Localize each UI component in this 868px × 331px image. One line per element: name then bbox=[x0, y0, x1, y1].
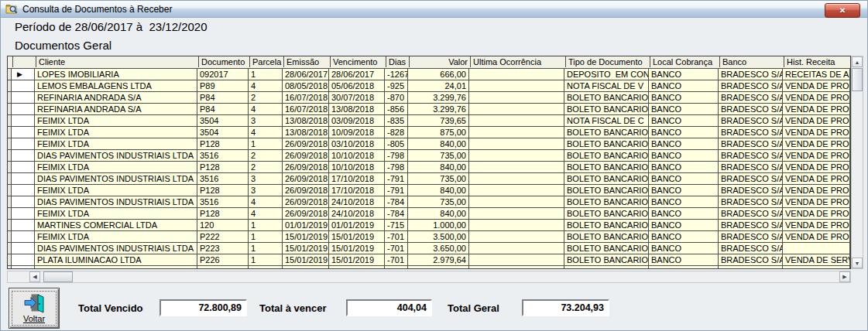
cell-dias[interactable]: -701 bbox=[385, 231, 408, 243]
cell-dias[interactable]: -798 bbox=[385, 162, 408, 173]
cell-banco[interactable]: BRADESCO S/A bbox=[719, 150, 783, 162]
cell-parcela[interactable]: 1 bbox=[249, 69, 283, 80]
table-row[interactable]: REFINARIA ANDRADA S/AP84416/07/201813/08… bbox=[8, 104, 850, 115]
table-row[interactable]: FEIMIX LTDAP128426/09/201824/10/2018-784… bbox=[8, 208, 850, 220]
cell-ultima[interactable] bbox=[469, 173, 564, 185]
cell-tipo[interactable]: BOLETO BANCARIO bbox=[564, 220, 649, 231]
row-selector-cell[interactable] bbox=[12, 80, 35, 92]
cell-dias[interactable]: -856 bbox=[385, 104, 408, 115]
close-button[interactable]: ✕ bbox=[825, 3, 860, 18]
cell-documento[interactable]: P128 bbox=[197, 138, 249, 150]
table-row[interactable]: FEIMIX LTDA3504413/08/201810/09/2018-828… bbox=[8, 127, 850, 138]
table-row[interactable]: FEIMIX LTDA3504313/08/201803/09/2018-835… bbox=[8, 115, 850, 127]
cell-cliente[interactable]: LOPES IMOBILIARIA bbox=[35, 69, 197, 80]
table-row[interactable]: DIAS PAVIMENTOS INDUSTRIAIS LTDA3516226/… bbox=[8, 150, 850, 162]
cell-tipo[interactable]: NOTA FISCAL DE V bbox=[564, 80, 649, 92]
cell-parcela[interactable]: 3 bbox=[249, 115, 283, 127]
cell-parcela[interactable]: 4 bbox=[249, 196, 283, 208]
row-selector-cell[interactable] bbox=[12, 127, 35, 138]
cell-valor[interactable]: 840,00 bbox=[408, 185, 469, 196]
table-row[interactable]: ▶LOPES IMOBILIARIA092017128/06/201728/06… bbox=[8, 69, 850, 80]
cell-vencimento[interactable]: 03/10/2018 bbox=[329, 138, 385, 150]
cell-tipo[interactable]: BOLETO BANCARIO bbox=[564, 231, 649, 243]
cell-vencimento[interactable]: 15/01/2019 bbox=[329, 254, 385, 266]
cell-documento[interactable]: P128 bbox=[197, 208, 249, 220]
cell-emissao[interactable]: 15/01/2019 bbox=[283, 243, 329, 254]
cell-emissao[interactable]: 15/01/2019 bbox=[283, 266, 329, 269]
cell-banco[interactable]: BRADESCO S/A bbox=[719, 231, 783, 243]
cell-ultima[interactable] bbox=[469, 150, 564, 162]
cell-tipo[interactable]: BOLETO BANCARIO bbox=[564, 104, 649, 115]
row-selector-cell[interactable] bbox=[12, 150, 35, 162]
cell-vencimento[interactable]: 17/10/2018 bbox=[329, 173, 385, 185]
cell-ultima[interactable] bbox=[469, 208, 564, 220]
column-header-documento[interactable]: Documento bbox=[199, 56, 250, 67]
table-row[interactable]: LEMOS EMBALAGENS LTDAP89408/05/201805/06… bbox=[8, 80, 850, 92]
column-header-dias[interactable]: Dias bbox=[386, 56, 410, 67]
cell-valor[interactable]: 735,00 bbox=[408, 196, 469, 208]
cell-local[interactable]: BANCO bbox=[649, 104, 719, 115]
cell-valor[interactable]: 1.000,00 bbox=[408, 220, 469, 231]
cell-vencimento[interactable]: 17/10/2018 bbox=[329, 185, 385, 196]
cell-dias[interactable]: -784 bbox=[385, 208, 408, 220]
cell-hist[interactable]: VENDA DE PROD bbox=[783, 220, 850, 231]
cell-documento[interactable]: P223 bbox=[197, 243, 249, 254]
cell-cliente[interactable]: FEIMIX LTDA bbox=[35, 127, 197, 138]
cell-valor[interactable]: 735,00 bbox=[408, 173, 469, 185]
cell-banco[interactable]: BRADESCO S/A bbox=[719, 69, 783, 80]
cell-cliente[interactable]: FEIMIX LTDA bbox=[35, 185, 197, 196]
row-selector-cell[interactable] bbox=[12, 254, 35, 266]
cell-hist[interactable]: VENDA DE SERVI bbox=[783, 266, 850, 269]
scroll-up-button[interactable]: ▲ bbox=[852, 56, 863, 67]
cell-documento[interactable]: 3516 bbox=[197, 150, 249, 162]
cell-cliente[interactable]: DIAS PAVIMENTOS INDUSTRIAIS LTDA bbox=[35, 196, 197, 208]
cell-vencimento[interactable]: 30/07/2018 bbox=[329, 92, 385, 104]
cell-valor[interactable]: 840,00 bbox=[408, 138, 469, 150]
cell-valor[interactable]: 3.299,76 bbox=[408, 104, 469, 115]
cell-dias[interactable]: -671 bbox=[385, 266, 408, 269]
cell-tipo[interactable]: BOLETO BANCARIO bbox=[564, 127, 649, 138]
cell-documento[interactable]: P229 bbox=[197, 266, 249, 269]
cell-vencimento[interactable]: 15/01/2019 bbox=[329, 243, 385, 254]
cell-documento[interactable]: 3504 bbox=[197, 127, 249, 138]
column-header-ultima[interactable]: Ultima Ocorrência bbox=[471, 56, 566, 67]
cell-banco[interactable]: BRADESCO S/A bbox=[719, 196, 783, 208]
cell-cliente[interactable]: PLATA ILUMINACAO LTDA bbox=[35, 266, 197, 269]
cell-parcela[interactable]: 3 bbox=[249, 185, 283, 196]
cell-hist[interactable]: VENDA DE PROD bbox=[783, 185, 850, 196]
cell-banco[interactable]: BRADESCO S/A bbox=[719, 254, 783, 266]
column-header-tipo[interactable]: Tipo de Documento bbox=[566, 56, 650, 67]
cell-valor[interactable]: 739,65 bbox=[408, 115, 469, 127]
cell-banco[interactable]: BRADESCO S/A bbox=[719, 162, 783, 173]
cell-hist[interactable] bbox=[783, 243, 850, 254]
row-selector-cell[interactable] bbox=[12, 162, 35, 173]
cell-banco[interactable]: BRADESCO S/A bbox=[719, 208, 783, 220]
cell-cliente[interactable]: LEMOS EMBALAGENS LTDA bbox=[35, 80, 197, 92]
cell-hist[interactable]: VENDA DE PROD bbox=[783, 92, 850, 104]
cell-ultima[interactable] bbox=[469, 138, 564, 150]
cell-ultima[interactable] bbox=[469, 115, 564, 127]
cell-banco[interactable]: BRADESCO S/A bbox=[719, 92, 783, 104]
cell-ultima[interactable] bbox=[469, 231, 564, 243]
cell-cliente[interactable]: DIAS PAVIMENTOS INDUSTRIAIS LTDA bbox=[35, 173, 197, 185]
cell-cliente[interactable]: PLATA ILUMINACAO LTDA bbox=[35, 254, 197, 266]
vertical-scrollbar-thumb[interactable] bbox=[852, 68, 863, 91]
row-selector-cell[interactable] bbox=[12, 243, 35, 254]
cell-ultima[interactable] bbox=[469, 127, 564, 138]
table-row[interactable]: DIAS PAVIMENTOS INDUSTRIAIS LTDAP223115/… bbox=[8, 243, 850, 254]
cell-valor[interactable]: 735,00 bbox=[408, 150, 469, 162]
cell-vencimento[interactable]: 10/09/2018 bbox=[329, 127, 385, 138]
cell-hist[interactable]: RECEITAS DE ALU bbox=[783, 69, 850, 80]
cell-valor[interactable]: 2.429,33 bbox=[408, 266, 469, 269]
cell-documento[interactable]: 092017 bbox=[197, 69, 249, 80]
row-selector-cell[interactable] bbox=[12, 220, 35, 231]
cell-local[interactable]: BANCO bbox=[649, 266, 719, 269]
cell-tipo[interactable]: DEPOSITO EM CON bbox=[564, 69, 649, 80]
cell-emissao[interactable]: 16/07/2018 bbox=[283, 92, 329, 104]
cell-dias[interactable]: -701 bbox=[385, 254, 408, 266]
cell-ultima[interactable] bbox=[469, 104, 564, 115]
cell-cliente[interactable]: FEIMIX LTDA bbox=[35, 231, 197, 243]
cell-hist[interactable]: VENDA DE PROD bbox=[783, 173, 850, 185]
cell-hist[interactable]: VENDA DE PROD bbox=[783, 196, 850, 208]
cell-documento[interactable]: P84 bbox=[197, 104, 249, 115]
